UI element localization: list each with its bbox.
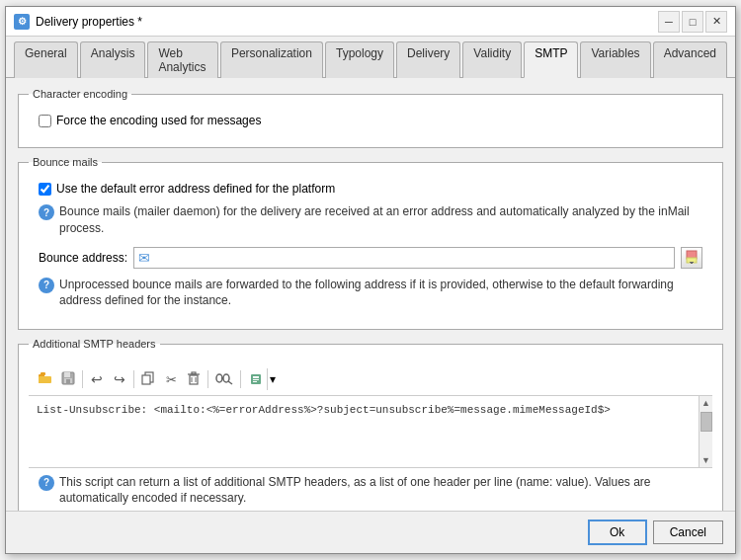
footer: Ok Cancel xyxy=(6,511,735,553)
undo-button[interactable]: ↩ xyxy=(86,368,108,390)
insert-split-button[interactable]: ▾ xyxy=(244,367,278,391)
bounce-info-row: ? Bounce mails (mailer daemon) for the d… xyxy=(39,200,702,241)
separator-2 xyxy=(133,370,134,388)
chevron-down-icon: ▾ xyxy=(270,372,276,386)
svg-rect-4 xyxy=(39,376,51,383)
svg-rect-23 xyxy=(253,381,257,382)
smtp-headers-legend: Additional SMTP headers xyxy=(29,338,160,350)
smtp-info-row: ? This script can return a list of addit… xyxy=(29,468,712,511)
separator-3 xyxy=(207,370,208,388)
undo-icon: ↩ xyxy=(91,371,103,387)
svg-rect-22 xyxy=(253,379,259,380)
default-error-label: Use the default error address defined fo… xyxy=(56,182,335,196)
bounce-address-info-row: ? Unprocessed bounce mails are forwarded… xyxy=(39,273,702,314)
delete-button[interactable] xyxy=(183,368,205,390)
svg-rect-21 xyxy=(253,376,259,378)
bounce-address-info-icon: ? xyxy=(39,278,54,293)
force-encoding-label: Force the encoding used for messages xyxy=(56,114,261,127)
delivery-properties-window: ⚙ Delivery properties * ─ □ ✕ General An… xyxy=(5,6,736,554)
smtp-editor[interactable]: List-Unsubscribe: <mailto:<%=errorAddres… xyxy=(29,396,699,466)
bounce-dropdown-button[interactable] xyxy=(681,247,702,269)
copy-button[interactable] xyxy=(137,368,159,390)
open-file-button[interactable] xyxy=(35,368,56,390)
insert-icon xyxy=(245,368,267,390)
bounce-info-text: Bounce mails (mailer daemon) for the del… xyxy=(59,203,702,237)
main-content: Character encoding Force the encoding us… xyxy=(6,78,735,511)
force-encoding-checkbox[interactable] xyxy=(39,115,51,127)
force-encoding-row: Force the encoding used for messages xyxy=(39,110,702,131)
smtp-info-icon: ? xyxy=(39,475,54,491)
scrollbar-down-arrow[interactable]: ▼ xyxy=(700,453,713,467)
svg-rect-3 xyxy=(41,372,45,375)
tab-smtp[interactable]: SMTP xyxy=(524,41,578,78)
tab-typology[interactable]: Typology xyxy=(325,41,394,78)
bounce-address-row: Bounce address: ✉ xyxy=(39,241,702,273)
minimize-button[interactable]: ─ xyxy=(658,11,680,33)
smtp-toolbar: ↩ ↪ ✂ xyxy=(29,363,712,396)
cut-button[interactable]: ✂ xyxy=(160,368,182,390)
svg-rect-6 xyxy=(64,372,70,377)
default-error-checkbox[interactable] xyxy=(39,183,51,196)
tab-variables[interactable]: Variables xyxy=(580,41,650,78)
character-encoding-section: Character encoding Force the encoding us… xyxy=(18,88,723,148)
delete-icon xyxy=(187,371,201,388)
tab-personalization[interactable]: Personalization xyxy=(220,41,323,78)
window-title: Delivery properties * xyxy=(36,15,142,29)
tab-general[interactable]: General xyxy=(14,41,78,78)
smtp-info-text: This script can return a list of additio… xyxy=(59,474,702,508)
find-icon xyxy=(214,371,234,388)
smtp-headers-section: Additional SMTP headers xyxy=(18,338,723,511)
scrollbar-thumb[interactable] xyxy=(700,412,712,432)
find-button[interactable] xyxy=(211,368,237,390)
title-bar: ⚙ Delivery properties * ─ □ ✕ xyxy=(6,7,735,37)
svg-rect-18 xyxy=(221,377,223,379)
cancel-button[interactable]: Cancel xyxy=(653,520,723,544)
bounce-mails-section: Bounce mails Use the default error addre… xyxy=(18,156,723,330)
redo-button[interactable]: ↪ xyxy=(109,368,130,390)
scrollbar-up-arrow[interactable]: ▲ xyxy=(700,396,713,410)
svg-point-17 xyxy=(223,374,229,382)
smtp-editor-wrapper: List-Unsubscribe: <mailto:<%=errorAddres… xyxy=(29,396,712,467)
smtp-editor-content: List-Unsubscribe: <mailto:<%=errorAddres… xyxy=(37,404,611,416)
tab-web-analytics[interactable]: Web Analytics xyxy=(147,41,218,78)
ok-button[interactable]: Ok xyxy=(588,520,647,545)
svg-rect-8 xyxy=(66,379,70,383)
tab-advanced[interactable]: Advanced xyxy=(653,41,727,78)
bounce-address-label: Bounce address: xyxy=(39,251,127,265)
email-icon: ✉ xyxy=(138,250,150,266)
copy-icon xyxy=(141,371,155,388)
smtp-scrollbar[interactable]: ▲ ▼ xyxy=(699,396,712,466)
open-icon xyxy=(38,371,53,388)
tabs-bar: General Analysis Web Analytics Personali… xyxy=(6,37,735,78)
svg-line-19 xyxy=(228,381,232,384)
insert-dropdown-arrow[interactable]: ▾ xyxy=(267,368,277,390)
close-button[interactable]: ✕ xyxy=(705,11,727,33)
redo-icon: ↪ xyxy=(114,371,125,387)
tab-delivery[interactable]: Delivery xyxy=(396,41,460,78)
svg-rect-10 xyxy=(142,375,150,384)
bounce-mails-legend: Bounce mails xyxy=(29,156,102,168)
cut-icon: ✂ xyxy=(166,372,177,387)
window-icon: ⚙ xyxy=(14,14,30,30)
bounce-address-info-text: Unprocessed bounce mails are forwarded t… xyxy=(59,277,702,310)
save-file-button[interactable] xyxy=(57,368,79,390)
separator-4 xyxy=(240,370,241,388)
dropdown-arrow-icon xyxy=(686,249,698,267)
bounce-info-icon: ? xyxy=(39,204,54,220)
maximize-button[interactable]: □ xyxy=(682,11,703,33)
character-encoding-legend: Character encoding xyxy=(29,88,131,100)
separator-1 xyxy=(82,370,83,388)
svg-rect-11 xyxy=(190,375,198,384)
save-icon xyxy=(61,371,75,388)
bounce-address-input[interactable]: ✉ xyxy=(133,247,675,269)
tab-validity[interactable]: Validity xyxy=(462,41,522,78)
tab-analysis[interactable]: Analysis xyxy=(80,41,146,78)
default-error-address-row: Use the default error address defined fo… xyxy=(39,178,702,200)
svg-rect-13 xyxy=(192,372,196,374)
